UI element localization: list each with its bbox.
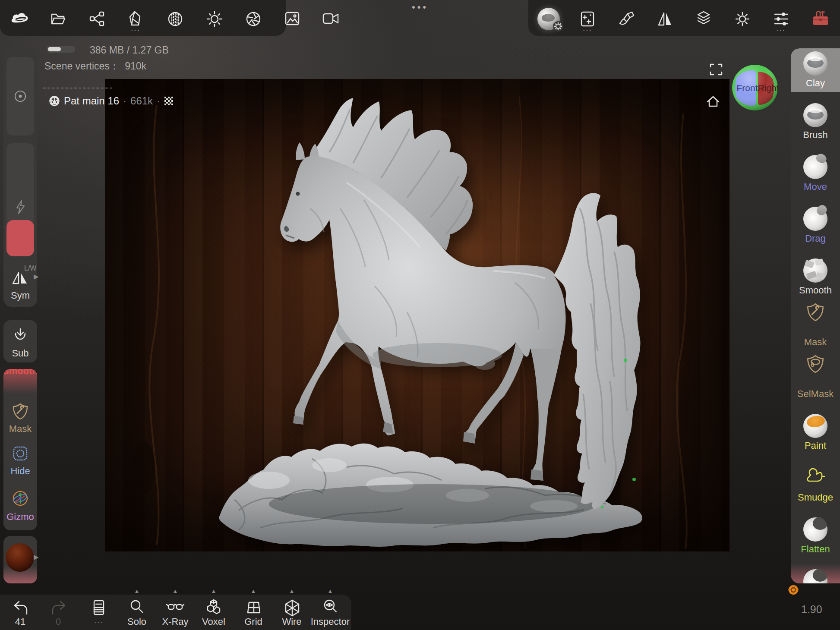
panel-expand-arrow[interactable]: ▶ <box>34 273 39 280</box>
hide-tool-label: Hide <box>10 466 30 477</box>
material-expand-arrow[interactable]: ▶ <box>34 553 39 561</box>
layer-name: Pat main 16 <box>64 95 119 107</box>
tool-item-selmask[interactable] <box>806 354 824 373</box>
grid-label: Grid <box>244 616 262 627</box>
sun-light-icon[interactable] <box>206 10 223 28</box>
aperture-postprocess-icon[interactable] <box>245 10 262 28</box>
redo-icon[interactable] <box>50 600 67 616</box>
home-icon[interactable] <box>706 94 720 108</box>
tool-label-brush: Brush <box>803 129 827 141</box>
material-preview-sphere[interactable] <box>6 543 34 572</box>
folder-open-icon[interactable] <box>50 11 67 27</box>
gizmo-tool-icon[interactable] <box>12 490 29 507</box>
tool-label-flatten: Flatten <box>801 544 830 555</box>
left-panel-tools: Smooth Mask Hide Gizmo <box>3 369 37 530</box>
grid-icon[interactable] <box>245 600 262 616</box>
tool-item-move[interactable] <box>803 155 827 179</box>
symmetry-icon[interactable] <box>11 270 28 286</box>
wireframe-sphere-icon <box>49 95 60 107</box>
voxel-label: Voxel <box>202 616 225 627</box>
tool-label-smooth: Smooth <box>799 285 832 296</box>
caret-wire[interactable]: ▲ <box>289 588 295 594</box>
tool-item-flatten[interactable] <box>803 517 827 542</box>
intensity-slider-thumb[interactable] <box>6 220 34 256</box>
dot-sep2: · <box>157 95 160 107</box>
sliders-more-dots: ··· <box>776 27 786 35</box>
sub-icon <box>13 327 28 343</box>
hide-tool-icon[interactable] <box>13 446 28 461</box>
tool-item-brush[interactable] <box>803 103 827 127</box>
intensity-lightning-icon <box>13 199 27 215</box>
card-sparkles-icon[interactable] <box>579 10 596 28</box>
tool-item-mask[interactable] <box>806 302 824 321</box>
solo-label: Solo <box>127 616 146 627</box>
tool-label-move: Move <box>804 181 827 192</box>
right-toolbar-panel: Clay Brush Move Drag Smooth Ma <box>791 48 840 583</box>
tool-item-drag[interactable] <box>803 207 827 231</box>
caret-voxel[interactable]: ▲ <box>211 588 217 594</box>
caret-solo[interactable]: ▲ <box>134 588 140 594</box>
undo-icon[interactable] <box>12 600 29 616</box>
radius-slider-icon <box>13 89 27 103</box>
caret-grid[interactable]: ▲ <box>251 588 256 594</box>
inspector-icon[interactable] <box>322 599 339 616</box>
sliders-icon[interactable] <box>773 10 790 28</box>
memory-bar-fill <box>48 47 61 51</box>
tool-label-drag: Drag <box>805 233 826 244</box>
nomad-logo-icon[interactable] <box>10 11 29 27</box>
fullscreen-icon[interactable] <box>709 63 723 76</box>
undo-count: 41 <box>15 616 25 627</box>
app-root: ··· ••• ··· <box>0 0 840 630</box>
toolbox-icon[interactable] <box>812 9 830 28</box>
mirror-symmetry-icon[interactable] <box>657 10 673 28</box>
quickmenu-more-dots: ··· <box>95 618 104 625</box>
xray-icon[interactable] <box>166 601 185 615</box>
layer-vertices: 661k <box>130 95 153 107</box>
wire-icon[interactable] <box>283 599 301 617</box>
tool-item-smudge[interactable] <box>805 466 826 488</box>
version-label: 1.90 <box>801 603 822 616</box>
left-panel-material[interactable] <box>3 536 37 583</box>
stats-divider <box>43 88 112 88</box>
paintbrush-icon[interactable] <box>618 10 635 28</box>
background-image-icon[interactable] <box>284 11 300 26</box>
gizmo-tool-label: Gizmo <box>6 511 34 523</box>
layers-icon[interactable] <box>695 10 712 28</box>
active-layer-row[interactable]: Pat main 16 · 661k · <box>49 94 174 107</box>
card-more-dots: ··· <box>583 27 592 35</box>
tool-item-smooth[interactable] <box>803 258 827 283</box>
xray-label: X-Ray <box>162 616 188 627</box>
nav-orientation-sphere[interactable]: Front Right <box>731 64 779 111</box>
caret-inspector[interactable]: ▲ <box>328 588 333 594</box>
sculpture-horse[interactable] <box>105 79 729 551</box>
redo-count: 0 <box>56 616 61 627</box>
scene-vertices-text: Scene vertices： 910k <box>44 60 146 73</box>
solo-icon[interactable] <box>129 599 145 616</box>
mask-tool-icon[interactable] <box>12 403 28 420</box>
mask-tool-label: Mask <box>9 423 32 435</box>
tool-label-clay: Clay <box>806 78 825 89</box>
inspector-label: Inspector <box>311 616 350 627</box>
checker-icon <box>164 96 174 106</box>
clay-tool-icon <box>803 51 827 76</box>
matcap-stone-icon[interactable] <box>127 10 144 28</box>
textured-sphere-icon[interactable] <box>167 10 184 28</box>
settings-gear-icon[interactable] <box>734 10 751 28</box>
tool-label-smudge: Smudge <box>798 492 833 503</box>
material-gear-badge-icon <box>553 21 564 32</box>
tool-item-paint[interactable] <box>803 414 827 438</box>
panel-carets: ▲ ▲ ▲ ▲ ▲ ▲ <box>0 588 354 594</box>
tool-label-mask: Mask <box>804 337 827 348</box>
viewport-canvas[interactable] <box>105 79 729 551</box>
caret-xray[interactable]: ▲ <box>173 588 178 594</box>
smooth-shortcut-label[interactable]: Smooth <box>3 369 37 377</box>
dot-sep: · <box>123 95 126 107</box>
share-nodes-icon[interactable] <box>89 11 105 27</box>
tool-label-selmask: SelMask <box>797 388 834 400</box>
record-gear-icon[interactable] <box>787 584 799 596</box>
top-center-menu[interactable]: ••• <box>412 2 428 13</box>
scene-vertices-value: 910k <box>125 60 146 72</box>
camera-icon[interactable] <box>322 12 340 25</box>
voxel-icon[interactable] <box>205 598 222 617</box>
quickmenu-book-icon[interactable] <box>91 599 106 617</box>
